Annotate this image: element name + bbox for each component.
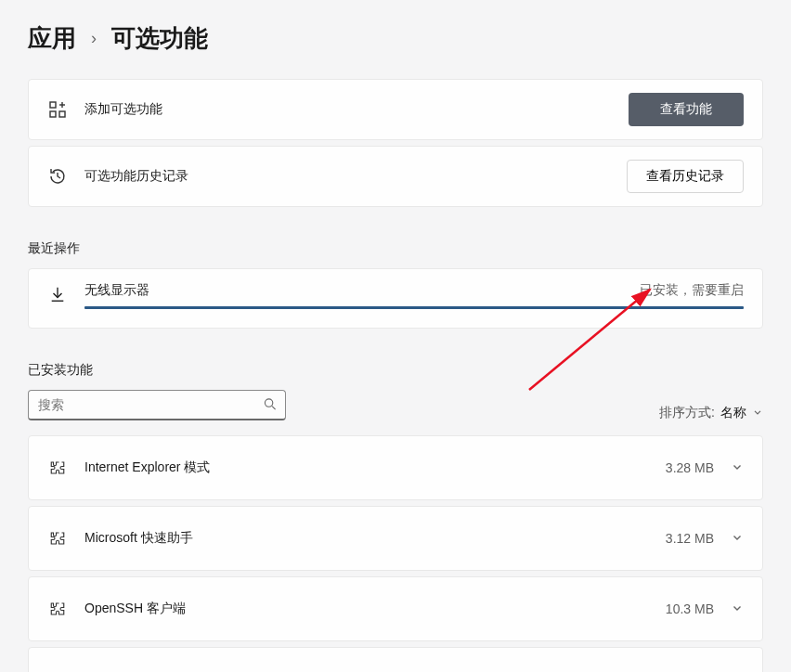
feature-size: 10.3 MB [666, 601, 714, 616]
sort-label: 排序方式: [659, 405, 715, 421]
svg-rect-2 [59, 111, 65, 117]
puzzle-icon [47, 530, 68, 547]
sort-value: 名称 [720, 405, 746, 421]
puzzle-icon [47, 601, 68, 617]
view-features-button[interactable]: 查看功能 [629, 93, 744, 126]
add-feature-label: 添加可选功能 [84, 101, 629, 118]
progress-bar [84, 306, 744, 309]
chevron-down-icon [731, 531, 744, 547]
feature-name: Microsoft 快速助手 [84, 530, 666, 547]
chevron-down-icon [752, 406, 763, 420]
breadcrumb-current: 可选功能 [111, 22, 208, 55]
recent-item-card[interactable]: 无线显示器 已安装，需要重启 [28, 268, 763, 329]
puzzle-icon [47, 459, 68, 476]
recent-item-status: 已安装，需要重启 [640, 282, 744, 299]
search-input[interactable] [28, 390, 286, 420]
feature-row[interactable]: Windows Hello 人脸 [28, 647, 763, 672]
feature-name: Internet Explorer 模式 [84, 459, 666, 476]
feature-size: 3.12 MB [666, 531, 714, 546]
breadcrumb: 应用 › 可选功能 [28, 22, 763, 55]
grid-plus-icon [47, 100, 68, 119]
chevron-down-icon [731, 601, 744, 617]
installed-title: 已安装功能 [28, 362, 93, 379]
download-icon [47, 282, 68, 303]
add-feature-card: 添加可选功能 查看功能 [28, 79, 763, 140]
feature-row[interactable]: Internet Explorer 模式3.28 MB [28, 435, 763, 500]
view-history-button[interactable]: 查看历史记录 [627, 160, 744, 193]
recent-title: 最近操作 [28, 240, 763, 257]
chevron-down-icon [731, 460, 744, 476]
breadcrumb-sep-icon: › [89, 29, 98, 48]
feature-row[interactable]: Microsoft 快速助手3.12 MB [28, 506, 763, 571]
feature-row[interactable]: OpenSSH 客户端10.3 MB [28, 576, 763, 641]
search-field[interactable] [28, 390, 286, 420]
breadcrumb-parent[interactable]: 应用 [28, 22, 76, 55]
feature-name: OpenSSH 客户端 [84, 601, 666, 617]
history-icon [47, 167, 68, 186]
history-card: 可选功能历史记录 查看历史记录 [28, 146, 763, 207]
svg-rect-1 [50, 111, 56, 117]
history-label: 可选功能历史记录 [84, 168, 627, 185]
recent-item-name: 无线显示器 [84, 282, 149, 299]
svg-rect-0 [50, 102, 56, 108]
feature-size: 3.28 MB [666, 460, 714, 475]
sort-dropdown[interactable]: 排序方式: 名称 [659, 405, 763, 421]
